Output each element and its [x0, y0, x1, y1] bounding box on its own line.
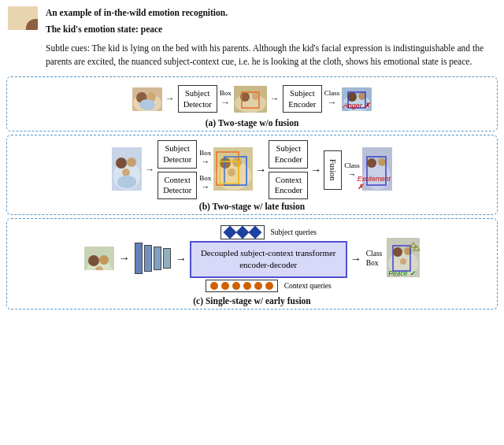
- svg-point-27: [116, 158, 127, 169]
- subject-detector-a-wrap: SubjectDetector: [178, 85, 217, 113]
- subject-encoder-a: SubjectEncoder: [283, 85, 322, 113]
- svg-point-53: [393, 247, 402, 257]
- section-c-caption-text: (c) Single-stage w/ early fusion: [193, 296, 310, 306]
- peace-label: Peace ✓: [388, 269, 414, 277]
- section-a-detected-photo: [234, 86, 267, 113]
- section-a: → SubjectDetector Box → → SubjectEncoder…: [6, 76, 498, 132]
- excitement-label: Excitement ✗: [358, 175, 391, 191]
- main-photo: [8, 6, 38, 30]
- section-b-left-svg: [112, 147, 142, 191]
- section-b-row2: ContextDetector: [158, 172, 197, 199]
- context-queries-label: Context queries: [284, 282, 332, 290]
- queries-transformer-wrap: Subject queries → Decoupled subject-cont…: [176, 225, 361, 292]
- arrow-c1: →: [119, 252, 130, 265]
- class-output-label-a: Class →: [324, 89, 340, 109]
- section-a-caption-text: (a) Two-stage w/o fusion: [206, 118, 299, 128]
- anger-x: ✗: [364, 102, 370, 109]
- section-b-center-svg: [213, 147, 253, 191]
- arrow-b6: →: [348, 169, 357, 179]
- section-a-output-photo: Anger ✗: [342, 87, 372, 111]
- arrow-b1: →: [145, 164, 154, 176]
- circle-q-2: [221, 282, 229, 290]
- section-c-caption: (c) Single-stage w/ early fusion: [13, 296, 491, 306]
- section-b-detectors: SubjectDetector ContextDetector: [158, 140, 197, 199]
- feat-col-2: [144, 245, 152, 272]
- feature-stack-c: [135, 243, 171, 274]
- section-b-row1: SubjectDetector: [158, 140, 197, 168]
- circle-q-4: [243, 282, 251, 290]
- section-b: → SubjectDetector ContextDetector Box → …: [6, 135, 498, 215]
- transformer-line1: Decoupled subject-context transformer: [201, 247, 336, 259]
- arrow-3: →: [270, 93, 280, 105]
- arrow-c3: →: [350, 253, 361, 265]
- subject-encoder-b: SubjectEncoder: [269, 140, 308, 168]
- circle-q-6: [265, 282, 273, 290]
- section-c-right-photo: Peace ✓: [387, 238, 420, 279]
- subject-detector-b: SubjectDetector: [158, 140, 197, 168]
- arrow-4: →: [328, 97, 337, 109]
- box-label-b1: Box →: [199, 149, 211, 166]
- feat-col-1: [135, 243, 143, 274]
- subject-queries-box: [220, 225, 265, 239]
- svg-point-48: [99, 255, 109, 265]
- transformer-box-c: Decoupled subject-context transformer en…: [190, 241, 347, 278]
- class-output-c: Class: [366, 250, 383, 258]
- circle-q-1: [210, 282, 218, 290]
- context-detector-b: ContextDetector: [158, 172, 197, 199]
- svg-point-55: [400, 258, 406, 265]
- context-encoder-b: ContextEncoder: [269, 172, 308, 199]
- arrow-b2: →: [201, 157, 209, 166]
- fusion-box-b: Fusion: [324, 150, 342, 190]
- context-queries-box: [206, 280, 278, 292]
- section-b-enc-row2: ContextEncoder: [269, 172, 308, 199]
- top-section: An example of in-the-wild emotion recogn…: [0, 0, 504, 73]
- section-b-caption-text: (b) Two-stage w/ late fusion: [199, 202, 305, 211]
- feat-col-3: [154, 247, 161, 270]
- section-b-right-photo: Excitement ✗: [362, 147, 392, 192]
- diamond-1: [223, 225, 236, 239]
- anger-label: Anger ✗: [343, 102, 371, 109]
- arrow-b3: →: [201, 182, 209, 191]
- subtitle-line: The kid's emotion state: peace: [46, 23, 496, 36]
- excitement-x: ✗: [358, 183, 363, 191]
- svg-point-16: [235, 94, 266, 113]
- box-label-a: Box →: [220, 89, 232, 109]
- svg-rect-39: [218, 155, 242, 185]
- transformer-row: → Decoupled subject-context transformer …: [176, 241, 361, 278]
- section-b-encoders: SubjectEncoder ContextEncoder: [269, 140, 308, 199]
- section-c: → Subjec: [6, 218, 498, 310]
- svg-point-30: [117, 176, 136, 188]
- box-output-c: Box: [366, 259, 383, 267]
- diamond-2: [235, 225, 249, 239]
- body-text: Subtle cues: The kid is lying on the bed…: [46, 42, 496, 69]
- subject-detector-a: SubjectDetector: [178, 85, 217, 113]
- transformer-line2: encoder-decoder: [201, 259, 336, 271]
- arrow-b4: →: [255, 164, 266, 176]
- circle-q-3: [232, 282, 240, 290]
- section-a-input-photo: [132, 87, 162, 111]
- svg-point-42: [367, 158, 376, 168]
- feat-rect-1: [135, 243, 143, 274]
- section-b-center-photo: [213, 147, 253, 192]
- feat-col-4: [163, 248, 171, 269]
- svg-point-14: [139, 99, 155, 110]
- class-label-a: →: [269, 93, 280, 105]
- box-label-text-b2: Box: [199, 174, 211, 182]
- top-description: An example of in-the-wild emotion recogn…: [46, 6, 496, 69]
- section-b-content: → SubjectDetector ContextDetector Box → …: [13, 140, 491, 199]
- title-line: An example of in-the-wild emotion recogn…: [46, 6, 496, 20]
- diamond-3: [248, 225, 261, 239]
- section-b-caption: (b) Two-stage w/ late fusion: [13, 202, 491, 211]
- arrow-2: →: [220, 97, 230, 109]
- arrow-c2: →: [176, 253, 187, 265]
- photo-svg: [8, 6, 38, 30]
- box-label-text-b1: Box: [199, 149, 211, 157]
- box-label-b2: Box →: [199, 174, 211, 191]
- section-a-content: → SubjectDetector Box → → SubjectEncoder…: [13, 82, 491, 116]
- section-a-detected-svg: [234, 86, 267, 113]
- section-a-caption: (a) Two-stage w/o fusion: [13, 118, 491, 128]
- svg-point-22: [347, 92, 357, 102]
- circle-q-5: [254, 282, 262, 290]
- feat-rect-2: [144, 245, 152, 272]
- subject-queries-row: Subject queries: [220, 225, 317, 239]
